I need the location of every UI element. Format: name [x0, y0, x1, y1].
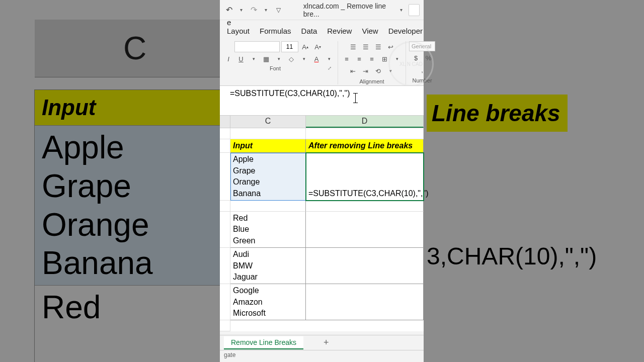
- text-cursor-icon: [355, 93, 356, 103]
- orientation-icon[interactable]: ⟲: [373, 65, 384, 76]
- font-launcher-icon[interactable]: ⤢: [328, 65, 334, 71]
- qat-customize-icon[interactable]: ▽: [273, 4, 284, 16]
- redo-dropdown-icon[interactable]: ▾: [265, 7, 269, 13]
- cell-line: Microsoft: [233, 308, 303, 319]
- bg-col-header: C: [35, 20, 235, 77]
- cell-line: BMW: [233, 260, 303, 272]
- cell-line: Jaguar: [233, 272, 303, 283]
- cell-d5[interactable]: [306, 212, 424, 248]
- cell-line: Google: [233, 285, 303, 296]
- cell-line: Grape: [233, 165, 303, 176]
- bg-line: Grape: [42, 167, 228, 206]
- fill-dropdown-icon[interactable]: ▾: [298, 53, 309, 64]
- ribbon-body: 11 A▴ A▾ I U ▾ ▦ ▾ ◇ ▾ A ▾ Font ⤢ ☰: [220, 39, 424, 86]
- cell[interactable]: [230, 201, 306, 212]
- cell-line: Green: [233, 235, 303, 246]
- align-top-icon[interactable]: ☰: [348, 41, 359, 52]
- ribbon-tabs: e Layout Formulas Data Review View Devel…: [220, 20, 424, 39]
- underline-dropdown-icon[interactable]: ▾: [248, 53, 259, 64]
- cell[interactable]: [230, 128, 306, 139]
- fontcolor-dropdown-icon[interactable]: ▾: [324, 53, 335, 64]
- increase-indent-icon[interactable]: ⇥: [360, 65, 371, 76]
- status-bar: gate: [220, 350, 424, 362]
- cell-header-input[interactable]: Input: [230, 139, 306, 153]
- cell-line: Audi: [233, 249, 303, 260]
- underline-button[interactable]: U: [235, 53, 247, 64]
- bg-output-header: Line breaks: [427, 95, 568, 132]
- cell-line: Amazon: [233, 297, 303, 308]
- tab-page-layout[interactable]: e Layout: [222, 14, 255, 39]
- tab-review[interactable]: Review: [322, 23, 357, 39]
- redo-button[interactable]: ↷: [249, 4, 260, 16]
- worksheet-grid: C D Input After removing Line breaks App…: [220, 116, 424, 331]
- cell-d6[interactable]: [306, 248, 424, 284]
- excel-window: ↶ ▾ ↷ ▾ ▽ xlncad.com _ Remove line bre..…: [220, 0, 424, 362]
- bg-line: Apple: [42, 128, 228, 167]
- bg-input-header: Input: [35, 90, 235, 126]
- cell[interactable]: [306, 201, 424, 212]
- alignment-group-label: Alignment: [360, 78, 384, 84]
- col-header-c[interactable]: C: [230, 116, 306, 128]
- align-middle-icon[interactable]: ☰: [360, 41, 371, 52]
- font-color-button[interactable]: A: [311, 53, 322, 64]
- tab-data[interactable]: Data: [296, 23, 323, 39]
- borders-dropdown-icon[interactable]: ▾: [273, 53, 284, 64]
- cell-line: Blue: [233, 224, 303, 235]
- bg-line: Orange: [42, 206, 228, 244]
- font-size-select[interactable]: 11: [281, 41, 298, 52]
- bg-cell-c3: Apple Grape Orange Banana: [35, 126, 235, 286]
- col-header-d[interactable]: D: [306, 116, 424, 128]
- cell-d7[interactable]: [306, 284, 424, 320]
- align-bottom-icon[interactable]: ☰: [373, 41, 384, 52]
- align-right-icon[interactable]: ≡: [366, 53, 377, 64]
- fill-color-button[interactable]: ◇: [286, 53, 297, 64]
- cell-c5[interactable]: Red Blue Green: [230, 212, 306, 248]
- cell-line: Apple: [233, 154, 303, 165]
- decrease-font-icon[interactable]: A▾: [312, 41, 324, 52]
- cell-c7[interactable]: Google Amazon Microsoft: [230, 284, 306, 320]
- sheet-tab-active[interactable]: Remove Line Breaks: [224, 336, 303, 349]
- add-sheet-button[interactable]: +: [324, 337, 329, 348]
- cell-line: Red: [233, 213, 303, 224]
- tab-view[interactable]: View: [357, 23, 383, 39]
- bg-formula-fragment: 3,CHAR(10),","): [427, 242, 597, 270]
- cell-c3[interactable]: Apple Grape Orange Banana: [230, 153, 306, 201]
- watermark-stamp: XL N CAD: [388, 41, 434, 86]
- italic-button[interactable]: I: [223, 53, 234, 64]
- cell-d3[interactable]: =SUBSTITUTE(C3,CHAR(10),","): [306, 153, 424, 201]
- cell[interactable]: [306, 320, 424, 331]
- cell[interactable]: [306, 128, 424, 139]
- align-left-icon[interactable]: ≡: [341, 53, 352, 64]
- tab-formulas[interactable]: Formulas: [255, 23, 296, 39]
- align-center-icon[interactable]: ≡: [354, 53, 365, 64]
- sheet-tabs-bar: Remove Line Breaks +: [220, 335, 424, 350]
- document-title: xlncad.com _ Remove line bre...: [303, 2, 395, 18]
- tab-developer[interactable]: Developer: [383, 23, 428, 39]
- decrease-indent-icon[interactable]: ⇤: [348, 65, 359, 76]
- increase-font-icon[interactable]: A▴: [300, 41, 311, 52]
- col-header-sliver[interactable]: [220, 116, 230, 128]
- formula-text: =SUBSTITUTE(C3,CHAR(10),","): [230, 89, 350, 98]
- formula-bar[interactable]: =SUBSTITUTE(C3,CHAR(10),","): [220, 86, 424, 116]
- font-name-select[interactable]: [234, 41, 280, 52]
- cell-c6[interactable]: Audi BMW Jaguar: [230, 248, 306, 284]
- font-group-label: Font: [270, 65, 281, 71]
- cell-header-output[interactable]: After removing Line breaks: [306, 139, 424, 153]
- bg-line: Banana: [42, 244, 228, 283]
- title-dropdown-icon[interactable]: ▾: [400, 7, 405, 13]
- bg-cell-c5: Red: [35, 286, 235, 329]
- cell[interactable]: [230, 320, 306, 331]
- qat-right-button[interactable]: [409, 4, 420, 16]
- cell-line: Orange: [233, 176, 303, 188]
- cell-line: Banana: [233, 188, 303, 199]
- borders-button[interactable]: ▦: [261, 53, 272, 64]
- undo-dropdown-icon[interactable]: ▾: [240, 7, 245, 13]
